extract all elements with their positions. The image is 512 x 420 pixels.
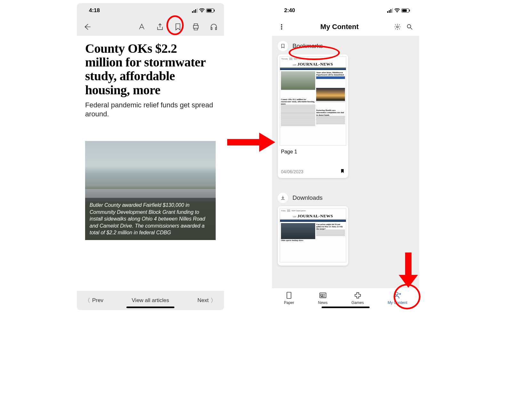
download-icon	[278, 193, 288, 203]
chevron-right-icon[interactable]: 〉	[209, 297, 218, 304]
svg-point-10	[281, 28, 282, 29]
bookmark-thumbnail: ThursdayNEW! Digital games 125 JOURNAL-N…	[280, 56, 346, 146]
article-reader-screen: 4:18	[77, 3, 224, 310]
battery-icon	[401, 8, 410, 13]
article-body: County OKs $2.2 million for stormwater s…	[77, 36, 224, 291]
bookmark-page-label: Page 1	[281, 149, 345, 155]
bookmarks-label: Bookmarks	[292, 43, 323, 50]
tab-paper[interactable]: Paper	[284, 291, 294, 305]
tab-my-content[interactable]: My Content	[388, 291, 407, 305]
bookmark-card[interactable]: ThursdayNEW! Digital games 125 JOURNAL-N…	[278, 54, 348, 178]
status-icons	[192, 8, 215, 13]
svg-point-15	[396, 292, 398, 295]
tab-news-label: News	[318, 300, 328, 305]
downloads-section-header[interactable]: Downloads	[272, 188, 419, 206]
article-subhead: Federal pandemic relief funds get spread…	[85, 101, 216, 119]
tab-paper-label: Paper	[284, 300, 294, 305]
tab-my-content-label: My Content	[388, 300, 407, 305]
listen-icon[interactable]	[209, 22, 218, 31]
svg-point-12	[407, 25, 411, 28]
tab-games-label: Games	[351, 300, 364, 305]
download-card[interactable]: FridayNEW! Digital games 125 JOURNAL-NEW…	[278, 206, 348, 266]
cellular-icon	[387, 8, 393, 13]
text-size-icon[interactable]	[138, 22, 147, 31]
article-photo: Butler County awarded Fairfield $130,000…	[85, 141, 216, 240]
view-all-button[interactable]: View all articles	[103, 297, 197, 304]
svg-point-4	[397, 12, 397, 12]
print-icon[interactable]	[191, 22, 200, 31]
home-indicator[interactable]	[126, 307, 174, 308]
bookmark-date: 04/06/2023	[281, 169, 303, 174]
settings-icon[interactable]	[394, 23, 401, 31]
status-icons	[387, 8, 410, 13]
svg-rect-6	[409, 10, 410, 12]
bookmarks-section-header[interactable]: Bookmarks	[272, 36, 419, 54]
annotation-arrow-right	[227, 133, 275, 153]
svg-rect-16	[227, 139, 259, 145]
status-bar: 4:18	[77, 3, 224, 18]
menu-icon[interactable]	[278, 23, 285, 31]
status-time: 2:40	[284, 7, 387, 14]
status-time: 4:18	[89, 7, 192, 14]
download-thumbnail: FridayNEW! Digital games 125 JOURNAL-NEW…	[280, 208, 346, 262]
tab-news[interactable]: News	[318, 291, 328, 305]
bookmark-icon	[278, 41, 288, 51]
search-icon[interactable]	[406, 23, 413, 31]
bookmark-filled-icon[interactable]	[340, 168, 345, 175]
article-headline: County OKs $2.2 million for stormwater s…	[85, 42, 216, 97]
my-content-header: My Content	[272, 18, 419, 36]
svg-rect-7	[402, 9, 407, 12]
page-title: My Content	[285, 23, 394, 31]
svg-point-9	[281, 27, 282, 27]
chevron-left-icon[interactable]: 〈	[83, 297, 92, 304]
cellular-icon	[192, 8, 198, 13]
tab-games[interactable]: Games	[351, 291, 364, 305]
share-icon[interactable]	[156, 22, 164, 31]
prev-button[interactable]: Prev	[92, 297, 103, 304]
wifi-icon	[394, 8, 400, 13]
battery-icon	[206, 8, 215, 13]
article-toolbar	[77, 18, 224, 36]
status-bar: 2:40	[272, 3, 419, 18]
my-content-screen: 2:40 My Content	[272, 3, 419, 310]
next-button[interactable]: Next	[197, 297, 209, 304]
svg-rect-13	[287, 292, 291, 299]
back-icon[interactable]	[83, 22, 92, 31]
my-content-body: Bookmarks ThursdayNEW! Digital games 125…	[272, 36, 419, 288]
svg-point-0	[202, 12, 202, 12]
svg-point-8	[281, 24, 282, 25]
wifi-icon	[199, 8, 205, 13]
downloads-label: Downloads	[292, 194, 323, 201]
svg-rect-2	[214, 10, 215, 12]
svg-rect-3	[207, 9, 212, 12]
svg-point-11	[396, 26, 398, 28]
photo-caption: Butler County awarded Fairfield $130,000…	[85, 198, 216, 240]
home-indicator[interactable]	[322, 307, 370, 308]
bookmark-icon[interactable]	[173, 22, 182, 31]
